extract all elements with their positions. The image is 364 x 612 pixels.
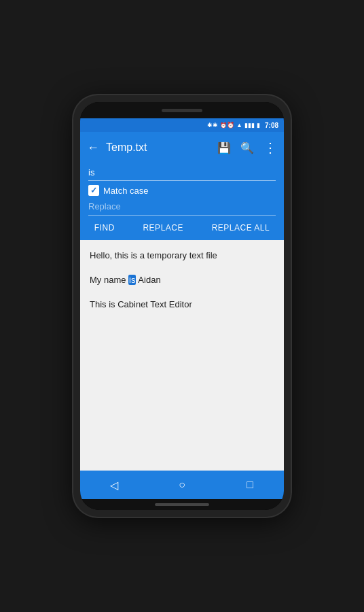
nav-back-icon: ◁: [110, 479, 118, 492]
search-panel: ✓ Match case: [80, 163, 284, 216]
nav-home-icon: ○: [179, 479, 185, 491]
find-button[interactable]: Find: [89, 220, 120, 235]
status-bar: ✱ ⏰ ▲ ▮▮▮ ▮ 7:08: [80, 118, 284, 132]
phone-frame: ✱ ⏰ ▲ ▮▮▮ ▮ 7:08 Temp.txt 💾 🔍 ⋮: [73, 95, 291, 517]
text-line-1: Hello, this is a temporary text file: [90, 250, 274, 262]
text-line-1-content: Hello, this is a temporary text file: [90, 250, 217, 260]
nav-recent-button[interactable]: □: [236, 471, 263, 498]
app-title: Temp.txt: [106, 141, 217, 154]
home-bar-pill: [155, 503, 209, 506]
nav-bar: ◁ ○ □: [80, 471, 284, 499]
match-case-row: ✓ Match case: [88, 185, 276, 196]
text-line-2-after: Aidan: [136, 275, 160, 285]
back-button[interactable]: [87, 141, 99, 155]
app-bar: Temp.txt 💾 🔍 ⋮: [80, 132, 284, 163]
wifi-icon: ▲: [236, 122, 242, 129]
replace-input[interactable]: [88, 201, 276, 211]
save-icon[interactable]: 💾: [217, 141, 231, 154]
more-icon[interactable]: ⋮: [263, 139, 277, 156]
search-icon[interactable]: 🔍: [240, 141, 254, 154]
nav-recent-icon: □: [247, 479, 253, 491]
alarm-icon: ⏰: [220, 122, 234, 129]
search-input[interactable]: [88, 167, 276, 177]
nav-back-button[interactable]: ◁: [101, 471, 128, 498]
nav-home-button[interactable]: ○: [168, 471, 196, 498]
action-bar: Find Replace Replace All: [80, 216, 284, 240]
home-bar: [80, 499, 284, 510]
match-case-label: Match case: [103, 186, 148, 196]
text-line-2-before: My name: [90, 275, 128, 285]
checkbox-check-icon: ✓: [90, 186, 97, 194]
speaker: [162, 109, 202, 112]
replace-button[interactable]: Replace: [137, 220, 189, 235]
text-line-3: This is Cabinet Text Editor: [90, 299, 274, 311]
text-line-3-content: This is Cabinet Text Editor: [90, 299, 192, 309]
match-case-checkbox[interactable]: ✓: [88, 185, 99, 196]
status-icons: ✱ ⏰ ▲ ▮▮▮ ▮ 7:08: [207, 122, 278, 129]
text-content-area: Hello, this is a temporary text file My …: [80, 240, 284, 471]
screen: ✱ ⏰ ▲ ▮▮▮ ▮ 7:08 Temp.txt 💾 🔍 ⋮: [80, 118, 284, 499]
replace-input-row: [88, 200, 276, 216]
signal-icon: ▮▮▮: [244, 122, 255, 129]
status-time: 7:08: [265, 122, 278, 129]
phone-notch: [80, 102, 284, 118]
app-bar-actions: 💾 🔍 ⋮: [217, 139, 277, 156]
search-input-row: [88, 167, 276, 181]
battery-icon: ▮: [257, 122, 260, 129]
phone-screen: ✱ ⏰ ▲ ▮▮▮ ▮ 7:08 Temp.txt 💾 🔍 ⋮: [80, 102, 284, 510]
bluetooth-icon: ✱: [207, 122, 218, 129]
text-line-2-highlight: is: [128, 275, 136, 285]
replace-all-button[interactable]: Replace All: [206, 220, 276, 235]
text-line-2: My name is Aidan: [90, 274, 274, 286]
